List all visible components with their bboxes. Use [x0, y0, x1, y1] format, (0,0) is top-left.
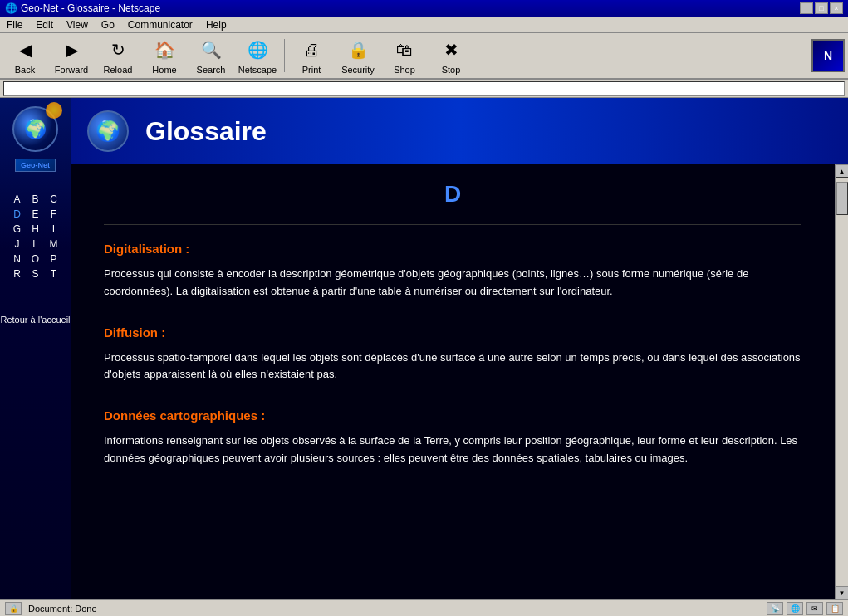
shop-label: Shop: [394, 65, 415, 75]
menu-communicator[interactable]: Communicator: [121, 17, 199, 32]
toolbar: ◀ Back ▶ Forward ↻ Reload 🏠 Home 🔍 Searc…: [0, 33, 848, 80]
header-globe-icon: 🌍: [87, 110, 129, 152]
reload-button[interactable]: ↻ Reload: [96, 35, 140, 76]
netscape-icon: 🌐: [244, 37, 271, 63]
menu-go[interactable]: Go: [95, 17, 121, 32]
close-button[interactable]: ×: [830, 2, 843, 14]
home-icon: 🏠: [151, 37, 178, 63]
term-entry-2: Diffusion : Processus spatio-temporel da…: [104, 325, 801, 384]
nav-letter-n[interactable]: N: [9, 252, 26, 266]
term-entry-1: Digitalisation : Processus qui consiste …: [104, 242, 801, 301]
content-wrapper: 🌍 Glossaire D Digitalisation : Processu: [71, 98, 848, 599]
security-label: Security: [341, 65, 375, 75]
term-title-1: Digitalisation :: [104, 242, 801, 256]
netscape-button[interactable]: 🌐 Netscape: [236, 35, 279, 76]
title-bar-controls: _ □ ×: [800, 2, 843, 14]
netscape-logo: N: [811, 39, 845, 72]
scrollbar: ▲ ▼: [835, 164, 848, 599]
satellite-icon: [46, 102, 62, 119]
page-title: Glossaire: [145, 116, 267, 147]
security-icon: 🔒: [345, 37, 371, 63]
address-bar: [0, 80, 848, 98]
toolbar-separator: [284, 39, 285, 72]
shop-button[interactable]: 🛍 Shop: [383, 35, 426, 76]
minimize-button[interactable]: _: [800, 2, 813, 14]
term-definition-3: Informations renseignant sur les objets …: [104, 433, 801, 467]
print-icon: 🖨: [298, 37, 325, 63]
content-area: D Digitalisation : Processus qui consist…: [71, 164, 835, 599]
status-icons: 📡 🌐 ✉ 📋: [767, 602, 843, 615]
term-title-3: Données cartographiques :: [104, 408, 801, 423]
nav-letter-g[interactable]: G: [9, 222, 26, 236]
nav-letter-i[interactable]: I: [46, 222, 62, 236]
status-icon-4: 📋: [826, 602, 843, 615]
stop-icon: ✖: [438, 37, 464, 63]
scroll-thumb[interactable]: [836, 182, 848, 215]
shop-icon: 🛍: [391, 37, 418, 63]
nav-letter-b[interactable]: B: [27, 193, 44, 206]
reload-icon: ↻: [105, 37, 131, 63]
nav-letters: A B C D E F G H I J L M N O P R S T: [9, 193, 62, 281]
term-definition-1: Processus qui consiste à encoder la desc…: [104, 266, 801, 301]
back-button[interactable]: ◀ Back: [3, 35, 47, 76]
nav-letter-h[interactable]: H: [27, 222, 44, 236]
nav-letter-j[interactable]: J: [9, 237, 26, 251]
reload-label: Reload: [104, 65, 133, 75]
home-link[interactable]: Retour à l'accueil: [0, 314, 70, 326]
menu-bar: File Edit View Go Communicator Help: [0, 17, 848, 33]
nav-letter-p[interactable]: P: [46, 252, 62, 266]
nav-letter-a[interactable]: A: [9, 193, 26, 206]
home-button[interactable]: 🏠 Home: [143, 35, 186, 76]
nav-letter-m[interactable]: M: [46, 237, 62, 251]
back-icon: ◀: [12, 37, 38, 63]
forward-button[interactable]: ▶ Forward: [50, 35, 93, 76]
scroll-down-button[interactable]: ▼: [836, 586, 849, 599]
nav-letter-o[interactable]: O: [27, 252, 44, 266]
print-button[interactable]: 🖨 Print: [290, 35, 333, 76]
address-input[interactable]: [3, 81, 845, 96]
sidebar-logo-area: 🌍: [12, 106, 58, 152]
scrollable-area: D Digitalisation : Processus qui consist…: [71, 164, 848, 599]
home-label: Home: [152, 65, 176, 75]
security-button[interactable]: 🔒 Security: [336, 35, 380, 76]
scroll-track: [836, 178, 849, 586]
search-button[interactable]: 🔍 Search: [189, 35, 233, 76]
nav-letter-t[interactable]: T: [46, 267, 62, 281]
page-header: 🌍 Glossaire: [71, 98, 848, 164]
nav-letter-e[interactable]: E: [27, 208, 44, 221]
nav-letter-s[interactable]: S: [27, 267, 44, 281]
back-label: Back: [15, 65, 35, 75]
menu-view[interactable]: View: [60, 17, 95, 32]
content-body: D Digitalisation : Processus qui consist…: [71, 164, 835, 509]
title-bar-icon: 🌐: [5, 2, 17, 14]
menu-file[interactable]: File: [0, 17, 29, 32]
nav-letter-r[interactable]: R: [9, 267, 26, 281]
status-icon-3: ✉: [806, 602, 823, 615]
netscape-label: Netscape: [238, 65, 277, 75]
scroll-up-button[interactable]: ▲: [836, 164, 849, 178]
nav-letter-l[interactable]: L: [27, 237, 44, 251]
forward-icon: ▶: [58, 37, 85, 63]
sidebar: 🌍 Geo-Net A B C D E F G H I J L M N O P …: [0, 98, 71, 599]
status-icon-1: 📡: [767, 602, 783, 615]
search-icon: 🔍: [198, 37, 224, 63]
term-entry-3: Données cartographiques : Informations r…: [104, 408, 801, 467]
divider-1: [104, 224, 801, 225]
main-layout: 🌍 Geo-Net A B C D E F G H I J L M N O P …: [0, 98, 848, 599]
nav-letter-c[interactable]: C: [46, 193, 62, 206]
stop-label: Stop: [442, 65, 461, 75]
term-definition-2: Processus spatio-temporel dans lequel le…: [104, 350, 801, 384]
nav-letter-f[interactable]: F: [46, 208, 62, 221]
title-bar-left: 🌐 Geo-Net - Glossaire - Netscape: [5, 2, 160, 14]
nav-letter-d[interactable]: D: [9, 208, 26, 221]
search-label: Search: [197, 65, 226, 75]
maximize-button[interactable]: □: [815, 2, 828, 14]
print-label: Print: [302, 65, 321, 75]
forward-label: Forward: [55, 65, 88, 75]
stop-button[interactable]: ✖ Stop: [429, 35, 473, 76]
menu-help[interactable]: Help: [199, 17, 233, 32]
title-bar-text: Geo-Net - Glossaire - Netscape: [21, 2, 160, 14]
term-title-2: Diffusion :: [104, 325, 801, 340]
menu-edit[interactable]: Edit: [29, 17, 60, 32]
status-lock-icon: 🔒: [5, 602, 22, 615]
